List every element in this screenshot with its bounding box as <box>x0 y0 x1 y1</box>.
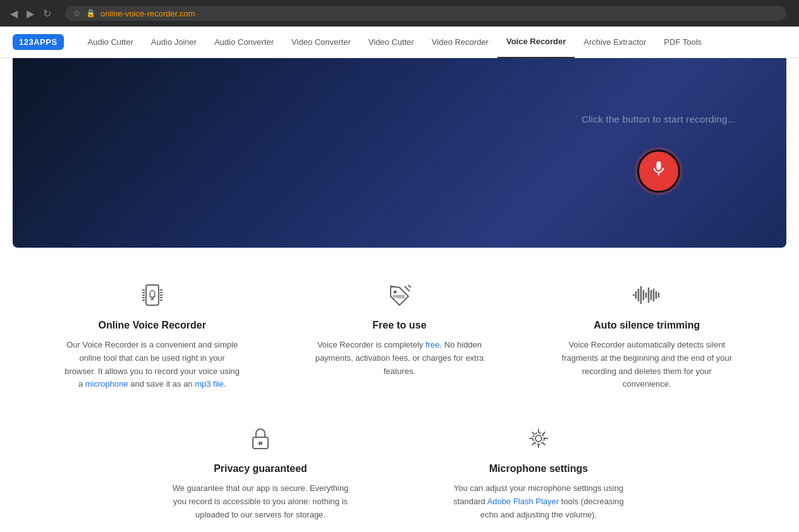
feature-voice-recorder: Online Voice Recorder Our Voice Recorder… <box>51 279 253 391</box>
nav-item-video-recorder[interactable]: Video Recorder <box>423 27 497 58</box>
features-row-2: Privacy guaranteed We guarantee that our… <box>38 423 761 521</box>
hero-content: Click the button to start recording... <box>582 114 736 193</box>
nav-buttons: ◀ ▶ ↻ <box>8 5 54 22</box>
lock-privacy-icon <box>172 423 349 454</box>
forward-button[interactable]: ▶ <box>24 5 37 22</box>
hero-hint: Click the button to start recording... <box>582 114 736 124</box>
feature-silence-trim: Auto silence trimming Voice Recorder aut… <box>546 279 748 391</box>
nav-item-archive-extractor[interactable]: Archive Extractor <box>575 27 655 58</box>
flash-link[interactable]: Adobe Flash Player <box>487 497 559 506</box>
address-bar[interactable]: ☆ 🔒 online-voice-recorder.com <box>65 6 786 21</box>
waveform-icon <box>558 279 735 311</box>
nav-links: Audio Cutter Audio Joiner Audio Converte… <box>79 27 711 58</box>
svg-line-17 <box>408 285 411 287</box>
feature-privacy: Privacy guaranteed We guarantee that our… <box>159 423 362 521</box>
logo[interactable]: 123APPS <box>13 34 64 50</box>
gear-icon <box>450 423 627 454</box>
nav-item-video-cutter[interactable]: Video Cutter <box>360 27 423 58</box>
free-link[interactable]: free <box>425 340 439 349</box>
features-row-1: Online Voice Recorder Our Voice Recorder… <box>38 279 761 391</box>
feature-title-privacy: Privacy guaranteed <box>172 463 349 475</box>
svg-point-33 <box>535 435 542 442</box>
nav-item-video-converter[interactable]: Video Converter <box>283 27 360 58</box>
svg-point-14 <box>393 291 396 294</box>
svg-line-16 <box>405 286 410 291</box>
reload-button[interactable]: ↻ <box>40 5 54 22</box>
feature-desc-voice-recorder: Our Voice Recorder is a convenient and s… <box>64 339 241 391</box>
feature-mic-settings: Microphone settings You can adjust your … <box>437 423 640 521</box>
nav-item-audio-converter[interactable]: Audio Converter <box>205 27 283 58</box>
back-button[interactable]: ◀ <box>8 5 20 22</box>
hero-section: Click the button to start recording... <box>13 58 786 248</box>
feature-title-voice-recorder: Online Voice Recorder <box>64 320 241 331</box>
features-section: Online Voice Recorder Our Voice Recorder… <box>0 248 799 532</box>
url-text: online-voice-recorder.com <box>101 9 779 18</box>
mp3-link[interactable]: mp3 file <box>195 379 224 389</box>
svg-text:FREE: FREE <box>393 294 405 299</box>
feature-title-free: Free to use <box>311 320 488 331</box>
feature-desc-free: Voice Recorder is completely free. No hi… <box>311 339 488 378</box>
svg-point-34 <box>533 433 544 444</box>
nav-item-audio-joiner[interactable]: Audio Joiner <box>142 27 205 58</box>
phone-vibrate-icon <box>64 279 241 311</box>
feature-title-mic: Microphone settings <box>450 463 627 475</box>
microphone-link[interactable]: microphone <box>85 379 128 389</box>
feature-desc-silence: Voice Recorder automatically detects sil… <box>558 339 735 391</box>
microphone-icon <box>650 160 668 182</box>
bookmark-icon: ☆ <box>73 8 81 18</box>
nav-item-pdf-tools[interactable]: PDF Tools <box>655 27 711 58</box>
feature-title-silence: Auto silence trimming <box>558 320 735 331</box>
feature-desc-mic: You can adjust your microphone settings … <box>450 482 627 521</box>
feature-desc-privacy: We guarantee that our app is secure. Eve… <box>172 482 349 521</box>
svg-rect-0 <box>146 285 159 305</box>
feature-free: FREE Free to use Voice Recorder is compl… <box>298 279 501 391</box>
nav-item-voice-recorder[interactable]: Voice Recorder <box>497 27 575 58</box>
free-tag-icon: FREE <box>311 279 488 311</box>
app-navbar: 123APPS Audio Cutter Audio Joiner Audio … <box>0 27 799 58</box>
nav-item-audio-cutter[interactable]: Audio Cutter <box>79 27 142 58</box>
svg-point-11 <box>150 291 155 298</box>
record-button[interactable] <box>637 150 680 193</box>
lock-icon: 🔒 <box>86 9 95 18</box>
browser-chrome: ◀ ▶ ↻ ☆ 🔒 online-voice-recorder.com <box>0 0 799 27</box>
